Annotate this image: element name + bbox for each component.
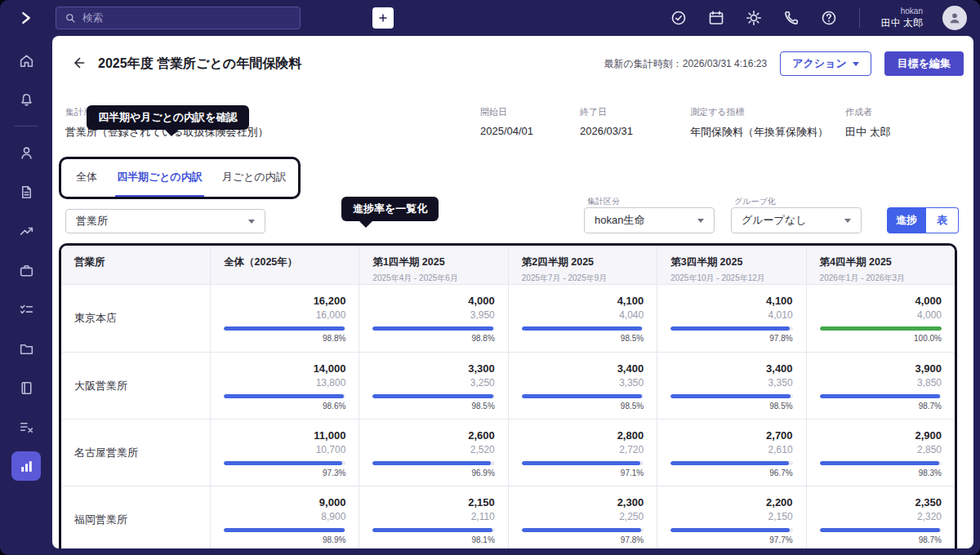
sidebar-item-tasks[interactable] xyxy=(11,295,41,324)
column-header-q2: 第2四半期 2025 2025年7月 - 2025年9月 xyxy=(508,246,657,284)
logo-chevron-icon xyxy=(18,10,34,26)
home-icon xyxy=(18,52,35,69)
progress-bar xyxy=(372,528,494,532)
list-check-icon xyxy=(18,301,35,318)
bar-chart-icon xyxy=(18,458,35,475)
search-icon xyxy=(65,12,76,24)
target-value: 11,000 xyxy=(224,429,345,442)
target-value: 2,150 xyxy=(372,496,494,508)
grouping-label: グループ化 xyxy=(734,196,776,207)
progress-percent: 98.6% xyxy=(224,402,345,411)
sidebar-divider xyxy=(15,126,38,127)
progress-percent: 97.1% xyxy=(522,468,644,477)
target-value: 3,900 xyxy=(820,362,942,375)
progress-percent: 98.7% xyxy=(820,535,942,544)
phone-icon[interactable] xyxy=(782,9,800,27)
view-toggle-progress[interactable]: 進捗 xyxy=(887,207,926,233)
meta-author: 作成者 田中 太郎 xyxy=(845,106,891,140)
topbar-actions: hokan 田中 太郎 xyxy=(670,6,980,30)
actual-value: 4,010 xyxy=(670,309,792,321)
gear-icon[interactable] xyxy=(745,9,763,27)
sidebar-item-contacts[interactable] xyxy=(11,138,41,167)
sidebar-item-notifications[interactable] xyxy=(11,85,41,114)
target-value: 2,700 xyxy=(670,429,792,442)
document-icon xyxy=(18,184,35,201)
aggregation-select[interactable]: hokan生命 xyxy=(584,207,715,233)
target-value: 4,000 xyxy=(820,295,942,307)
sidebar-item-documents[interactable] xyxy=(11,177,41,206)
add-button[interactable] xyxy=(372,7,394,29)
sidebar-item-ledger[interactable] xyxy=(11,373,41,402)
user-info[interactable]: hokan 田中 太郎 xyxy=(881,7,923,29)
progress-bar xyxy=(670,394,792,398)
app-window: hokan 田中 太郎 xyxy=(0,0,980,555)
progress-percent: 98.1% xyxy=(372,535,494,544)
app-logo[interactable] xyxy=(0,10,52,26)
global-search[interactable] xyxy=(56,7,301,29)
chevron-down-icon xyxy=(248,220,255,224)
sidebar-item-home[interactable] xyxy=(11,46,41,75)
view-toggle: 進捗 表 xyxy=(887,207,959,233)
chevron-down-icon xyxy=(697,219,704,223)
table-row: 大阪営業所 14,000 13,800 98.6% 3,300 3,250 98… xyxy=(61,352,955,419)
metric-cell: 4,100 4,040 98.5% xyxy=(508,285,657,352)
last-aggregated-time: 最新の集計時刻：2026/03/31 4:16:23 xyxy=(604,57,767,71)
sidebar-item-analytics[interactable] xyxy=(11,216,41,246)
target-value: 2,600 xyxy=(372,429,494,442)
progress-bar xyxy=(820,461,942,465)
actual-value: 2,720 xyxy=(522,444,644,455)
column-header-office: 営業所 xyxy=(61,246,210,284)
target-value: 2,200 xyxy=(670,496,792,508)
bell-icon xyxy=(18,91,35,109)
progress-percent: 97.3% xyxy=(224,468,345,477)
sidebar-item-business[interactable] xyxy=(11,255,41,285)
avatar[interactable] xyxy=(942,6,967,30)
table-header: 営業所 全体（2025年） 第1四半期 2025 2025年4月 - 2025年… xyxy=(61,246,955,285)
office-name: 大阪営業所 xyxy=(61,353,210,419)
sidebar-item-list-edit[interactable] xyxy=(11,412,41,442)
metric-cell: 2,700 2,610 96.7% xyxy=(657,420,805,486)
search-input[interactable] xyxy=(82,12,292,24)
metric-cell: 2,600 2,520 96.9% xyxy=(359,420,507,486)
actual-value: 2,250 xyxy=(522,511,644,522)
metric-cell: 2,900 2,850 98.3% xyxy=(806,420,955,486)
target-value: 14,000 xyxy=(224,362,345,375)
meta-start-date: 開始日 2025/04/01 xyxy=(480,106,533,137)
actual-value: 2,150 xyxy=(670,511,792,522)
view-toggle-table[interactable]: 表 xyxy=(926,207,959,233)
target-value: 2,900 xyxy=(820,429,942,442)
grouping-select[interactable]: グループなし xyxy=(731,207,862,233)
calendar-icon[interactable] xyxy=(707,9,725,27)
page-title: 2025年度 営業所ごとの年間保険料 xyxy=(98,56,301,73)
tabs-highlight-box: 全体 四半期ごとの内訳 月ごとの内訳 xyxy=(59,157,301,199)
sidebar-item-reports[interactable] xyxy=(11,451,41,481)
actual-value: 4,000 xyxy=(820,309,942,321)
progress-bar xyxy=(820,326,942,331)
actual-value: 2,520 xyxy=(372,444,494,455)
table-row: 名古屋営業所 11,000 10,700 97.3% 2,600 2,520 9… xyxy=(61,419,955,486)
office-select[interactable]: 営業所 xyxy=(65,209,265,233)
book-icon xyxy=(18,380,35,397)
check-circle-icon[interactable] xyxy=(670,9,688,27)
progress-percent: 98.5% xyxy=(670,402,792,411)
back-button[interactable] xyxy=(69,54,88,73)
metric-cell: 11,000 10,700 97.3% xyxy=(210,420,359,486)
tab-overall[interactable]: 全体 xyxy=(74,159,99,197)
tab-quarterly-breakdown[interactable]: 四半期ごとの内訳 xyxy=(115,159,204,197)
meta-metric: 測定する指標 年間保険料（年換算保険料） xyxy=(690,106,828,140)
progress-bar xyxy=(224,528,345,532)
metric-cell: 14,000 13,800 98.6% xyxy=(210,353,359,419)
table-row: 東京本店 16,200 16,000 98.8% 4,000 3,950 98.… xyxy=(61,285,955,352)
target-value: 2,800 xyxy=(522,429,644,442)
column-header-q4: 第4四半期 2025 2026年1月 - 2026年3月 xyxy=(806,246,955,284)
column-header-overall: 全体（2025年） xyxy=(210,246,359,284)
sidebar-item-folders[interactable] xyxy=(11,334,41,363)
help-circle-icon[interactable] xyxy=(820,9,838,27)
progress-bar xyxy=(224,326,345,331)
edit-goal-button[interactable]: 目標を編集 xyxy=(884,51,964,76)
progress-table: 営業所 全体（2025年） 第1四半期 2025 2025年4月 - 2025年… xyxy=(59,243,957,548)
office-name: 名古屋営業所 xyxy=(61,420,210,486)
action-button[interactable]: アクション xyxy=(780,51,871,76)
tab-monthly-breakdown[interactable]: 月ごとの内訳 xyxy=(220,159,288,197)
callout-breakdown: 四半期や月ごとの内訳を確認 xyxy=(87,105,249,130)
